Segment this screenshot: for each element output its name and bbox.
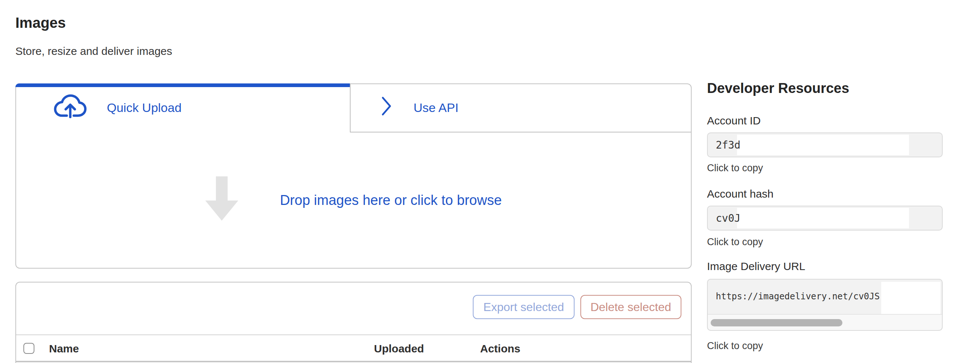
account-hash-label: Account hash [707,186,773,201]
image-delivery-url-value: https://imagedelivery.net/cv0JS [716,290,880,303]
developer-resources-title: Developer Resources [707,79,850,98]
account-id-field[interactable]: 2f3d [707,132,943,158]
tab-quick-upload[interactable]: Quick Upload [16,84,350,132]
horizontal-scrollbar-thumb[interactable] [711,319,842,326]
page-title: Images [15,13,66,32]
dropzone[interactable]: Drop images here or click to browse [16,132,691,268]
dropzone-label: Drop images here or click to browse [280,192,502,208]
image-list-card: Export selected Delete selected Name Upl… [15,282,692,363]
chevron-right-icon [380,96,392,120]
delete-selected-button[interactable]: Delete selected [580,295,681,319]
select-all-checkbox[interactable] [24,342,34,353]
page-subtitle: Store, resize and deliver images [15,44,172,59]
account-id-value: 2f3d [716,133,740,157]
account-hash-copy-hint: Click to copy [707,236,763,249]
account-id-label: Account ID [707,113,761,128]
horizontal-scrollbar[interactable] [708,314,942,330]
redaction-overlay [881,282,940,315]
upload-card: Quick Upload Use API Drop images here or… [15,83,692,269]
list-toolbar: Export selected Delete selected [473,295,681,319]
account-hash-value: cv0J [716,206,740,230]
developer-resources-panel: Developer Resources Account ID 2f3d Clic… [707,0,943,363]
export-selected-button[interactable]: Export selected [473,295,574,319]
column-header-uploaded: Uploaded [374,342,424,354]
tab-use-api[interactable]: Use API [350,84,691,132]
image-delivery-url-label: Image Delivery URL [707,259,805,274]
redaction-overlay [737,135,909,155]
image-delivery-url-copy-hint: Click to copy [707,339,763,353]
tab-quick-upload-label: Quick Upload [107,101,181,116]
down-arrow-icon [205,177,239,224]
tab-use-api-label: Use API [414,100,458,115]
redaction-overlay [737,208,909,228]
table-header-row: Name Uploaded Actions [16,334,691,362]
column-header-actions: Actions [480,342,520,354]
upload-tab-bar: Quick Upload Use API [16,84,691,132]
images-page: Images Store, resize and deliver images … [0,0,980,363]
column-header-name: Name [49,342,79,354]
image-delivery-url-field[interactable]: https://imagedelivery.net/cv0JS [707,279,943,331]
cloud-upload-icon [53,94,87,123]
account-id-copy-hint: Click to copy [707,162,763,175]
account-hash-field[interactable]: cv0J [707,205,943,231]
